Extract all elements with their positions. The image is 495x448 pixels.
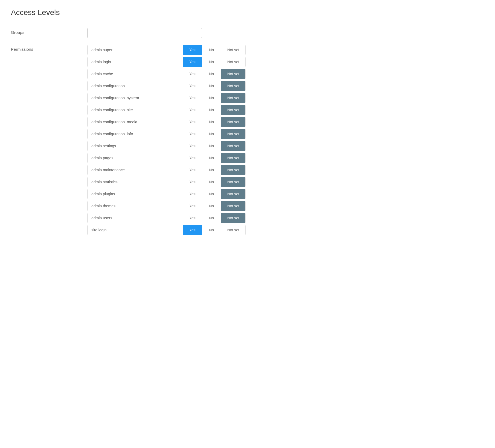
permission-row: admin.cacheYesNoNot set <box>87 69 246 79</box>
permission-notset-button[interactable]: Not set <box>221 93 245 103</box>
permission-name: admin.configuration_site <box>88 105 183 115</box>
permission-yes-button[interactable]: Yes <box>183 201 202 211</box>
page-title: Access Levels <box>11 8 484 17</box>
permission-options: YesNoNot set <box>183 201 245 211</box>
permission-options: YesNoNot set <box>183 81 245 91</box>
permission-options: YesNoNot set <box>183 45 245 55</box>
permission-name: site.login <box>88 225 183 235</box>
permission-notset-button[interactable]: Not set <box>221 57 245 67</box>
permission-name: admin.settings <box>88 141 183 151</box>
permission-yes-button[interactable]: Yes <box>183 225 202 235</box>
permission-name: admin.themes <box>88 201 183 211</box>
permission-row: admin.themesYesNoNot set <box>87 201 246 211</box>
permission-row: admin.configurationYesNoNot set <box>87 81 246 91</box>
permission-options: YesNoNot set <box>183 117 245 127</box>
permission-row: admin.configuration_systemYesNoNot set <box>87 93 246 103</box>
permission-yes-button[interactable]: Yes <box>183 105 202 115</box>
permission-row: admin.configuration_mediaYesNoNot set <box>87 117 246 127</box>
permission-name: admin.pages <box>88 153 183 163</box>
permission-name: admin.maintenance <box>88 165 183 175</box>
permission-yes-button[interactable]: Yes <box>183 57 202 67</box>
permissions-list: admin.superYesNoNot setadmin.loginYesNoN… <box>87 45 246 237</box>
groups-content <box>87 28 484 38</box>
permission-notset-button[interactable]: Not set <box>221 201 245 211</box>
permission-yes-button[interactable]: Yes <box>183 129 202 139</box>
permission-notset-button[interactable]: Not set <box>221 117 245 127</box>
permission-row: admin.superYesNoNot set <box>87 45 246 55</box>
permission-no-button[interactable]: No <box>202 105 221 115</box>
permission-name: admin.configuration_info <box>88 129 183 139</box>
permission-options: YesNoNot set <box>183 57 245 67</box>
permission-yes-button[interactable]: Yes <box>183 177 202 187</box>
groups-section: Groups <box>11 28 484 38</box>
permission-no-button[interactable]: No <box>202 201 221 211</box>
permission-row: admin.pluginsYesNoNot set <box>87 189 246 199</box>
permissions-content: admin.superYesNoNot setadmin.loginYesNoN… <box>87 45 484 237</box>
permission-row: admin.statisticsYesNoNot set <box>87 177 246 187</box>
permission-no-button[interactable]: No <box>202 213 221 223</box>
permission-no-button[interactable]: No <box>202 45 221 55</box>
permission-no-button[interactable]: No <box>202 177 221 187</box>
permission-yes-button[interactable]: Yes <box>183 141 202 151</box>
permission-notset-button[interactable]: Not set <box>221 105 245 115</box>
permission-options: YesNoNot set <box>183 225 245 235</box>
permission-row: admin.maintenanceYesNoNot set <box>87 165 246 175</box>
permission-notset-button[interactable]: Not set <box>221 225 245 235</box>
permission-row: admin.configuration_infoYesNoNot set <box>87 129 246 139</box>
permission-options: YesNoNot set <box>183 153 245 163</box>
permission-options: YesNoNot set <box>183 165 245 175</box>
permission-notset-button[interactable]: Not set <box>221 189 245 199</box>
permission-notset-button[interactable]: Not set <box>221 141 245 151</box>
permission-options: YesNoNot set <box>183 69 245 79</box>
permission-options: YesNoNot set <box>183 141 245 151</box>
permission-no-button[interactable]: No <box>202 57 221 67</box>
permission-yes-button[interactable]: Yes <box>183 117 202 127</box>
permission-row: site.loginYesNoNot set <box>87 225 246 235</box>
permission-options: YesNoNot set <box>183 189 245 199</box>
permission-row: admin.configuration_siteYesNoNot set <box>87 105 246 115</box>
permission-yes-button[interactable]: Yes <box>183 213 202 223</box>
permission-options: YesNoNot set <box>183 93 245 103</box>
permission-yes-button[interactable]: Yes <box>183 189 202 199</box>
permission-no-button[interactable]: No <box>202 117 221 127</box>
permission-no-button[interactable]: No <box>202 189 221 199</box>
permission-no-button[interactable]: No <box>202 129 221 139</box>
permission-notset-button[interactable]: Not set <box>221 45 245 55</box>
permission-notset-button[interactable]: Not set <box>221 69 245 79</box>
permission-yes-button[interactable]: Yes <box>183 165 202 175</box>
permission-name: admin.configuration <box>88 81 183 91</box>
permission-options: YesNoNot set <box>183 129 245 139</box>
permission-no-button[interactable]: No <box>202 81 221 91</box>
permission-name: admin.users <box>88 213 183 223</box>
permissions-label: Permissions <box>11 45 87 52</box>
permission-yes-button[interactable]: Yes <box>183 45 202 55</box>
permission-name: admin.cache <box>88 69 183 79</box>
permission-notset-button[interactable]: Not set <box>221 153 245 163</box>
permission-no-button[interactable]: No <box>202 153 221 163</box>
permission-no-button[interactable]: No <box>202 165 221 175</box>
permission-name: admin.super <box>88 45 183 55</box>
permission-no-button[interactable]: No <box>202 69 221 79</box>
permission-no-button[interactable]: No <box>202 141 221 151</box>
permission-name: admin.login <box>88 57 183 67</box>
permission-notset-button[interactable]: Not set <box>221 213 245 223</box>
permission-yes-button[interactable]: Yes <box>183 93 202 103</box>
permission-options: YesNoNot set <box>183 177 245 187</box>
permission-yes-button[interactable]: Yes <box>183 69 202 79</box>
permission-no-button[interactable]: No <box>202 93 221 103</box>
permission-name: admin.plugins <box>88 189 183 199</box>
permission-notset-button[interactable]: Not set <box>221 165 245 175</box>
permission-yes-button[interactable]: Yes <box>183 153 202 163</box>
groups-input[interactable] <box>87 28 202 38</box>
permission-yes-button[interactable]: Yes <box>183 81 202 91</box>
permission-notset-button[interactable]: Not set <box>221 129 245 139</box>
permission-row: admin.settingsYesNoNot set <box>87 141 246 151</box>
permission-row: admin.pagesYesNoNot set <box>87 153 246 163</box>
permission-row: admin.usersYesNoNot set <box>87 213 246 223</box>
permission-notset-button[interactable]: Not set <box>221 81 245 91</box>
permissions-section: Permissions admin.superYesNoNot setadmin… <box>11 45 484 237</box>
permission-notset-button[interactable]: Not set <box>221 177 245 187</box>
groups-label: Groups <box>11 28 87 35</box>
permission-name: admin.configuration_system <box>88 93 183 103</box>
permission-no-button[interactable]: No <box>202 225 221 235</box>
